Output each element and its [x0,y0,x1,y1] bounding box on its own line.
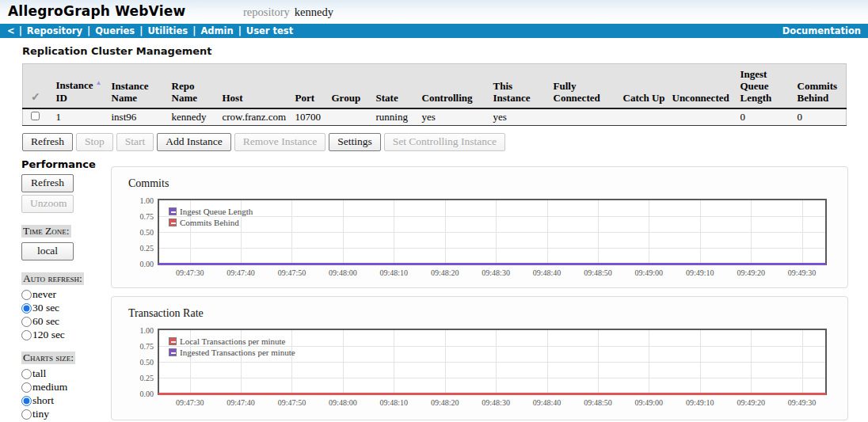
charts-size-label: Charts size: [21,352,75,364]
radio-label: 120 sec [32,329,65,341]
nav-back-icon[interactable]: < [7,25,15,36]
repository-label: repository [243,6,290,18]
gridline-horizontal [159,232,825,233]
x-axis-label: 09:48:00 [329,268,357,277]
gridline-vertical [598,330,599,393]
gridline-vertical [649,330,649,393]
cell-host: crow.franz.com [219,108,292,126]
x-axis-label: 09:48:20 [431,268,459,277]
nav-item-documentation[interactable]: Documentation [782,25,861,36]
legend-label: Commits Behind [180,218,239,227]
legend-label: Local Transactions per minute [180,336,286,346]
radio-label: tiny [32,408,49,420]
column-header-instance-name[interactable]: Instance Name [108,64,169,108]
nav-item-utilities[interactable]: Utilities [147,25,188,36]
radio-tall[interactable]: tall [21,367,110,380]
auto-refresh-radio-group: never30 sec60 sec120 sec [21,288,110,341]
column-header-state[interactable]: State [373,64,419,108]
x-axis-label: 09:48:30 [482,398,510,407]
nav-item-user-test[interactable]: User test [246,25,293,36]
legend-label: Ingested Transactions per minute [180,348,295,357]
column-header-catch-up[interactable]: Catch Up [620,64,669,108]
start-button: Start [116,133,154,151]
radio-short[interactable]: short [21,394,110,407]
performance-refresh-button[interactable]: Refresh [21,174,74,192]
radio-120-sec[interactable]: 120 sec [21,329,110,341]
chart-legend: Ingest Queue LengthCommits Behind [169,206,253,228]
auto-refresh-radio-30-sec[interactable] [21,303,32,314]
column-header-controlling[interactable]: Controlling [419,64,490,108]
y-axis-label: 0.50 [140,358,154,367]
cell-group [329,108,373,126]
refresh-button[interactable]: Refresh [22,133,73,151]
x-axis-label: 09:48:40 [533,398,562,407]
cell-ingest-queue-length: 0 [737,108,794,126]
legend-swatch [169,219,177,226]
nav-item-admin[interactable]: Admin [200,25,233,36]
nav-item-repository[interactable]: Repository [27,25,82,36]
column-header-group[interactable]: Group [329,64,373,108]
column-header-fully-connected[interactable]: Fully Connected [550,64,620,108]
radio-label: 60 sec [32,315,59,328]
nav-separator: | [238,25,242,36]
transaction-rate-chart-panel: Transaction Rate 1.000.750.500.250.0009:… [111,296,848,420]
settings-button[interactable]: Settings [329,133,381,151]
gridline-vertical [394,200,394,264]
add-instance-button[interactable]: Add Instance [157,133,231,151]
column-header-unconnected[interactable]: Unconnected [669,64,737,108]
radio-60-sec[interactable]: 60 sec [21,315,110,328]
x-axis-label: 09:47:30 [176,398,204,407]
charts-size-radio-tiny[interactable] [21,409,32,420]
nav-separator: | [19,25,22,36]
column-header-this-instance[interactable]: This Instance [490,64,550,108]
row-select-checkbox[interactable] [31,112,40,120]
time-zone-button[interactable]: local [21,242,74,260]
charts-size-radio-tall[interactable] [21,369,32,379]
charts-size-radio-medium[interactable] [21,382,32,393]
auto-refresh-radio-never[interactable] [21,290,32,300]
stop-button: Stop [76,133,113,151]
nav-item-queries[interactable]: Queries [95,25,135,36]
commits-plot-area[interactable]: 1.000.750.500.250.0009:47:3009:47:4009:4… [158,199,827,265]
x-axis-label: 09:48:00 [329,398,357,407]
column-header-host[interactable]: Host [219,64,292,108]
radio-medium[interactable]: medium [21,381,110,393]
radio-tiny[interactable]: tiny [21,408,110,420]
column-header-port[interactable]: Port [292,64,329,108]
x-axis-label: 09:49:10 [686,268,714,277]
nav-separator: | [139,25,143,36]
column-header-repo-name[interactable]: Repo Name [169,64,219,108]
auto-refresh-radio-120-sec[interactable] [21,330,32,340]
cluster-action-buttons: RefreshStopStartAdd InstanceRemove Insta… [22,133,508,151]
auto-refresh-radio-60-sec[interactable] [21,317,32,327]
x-axis-label: 09:49:20 [737,268,765,277]
chart-legend: Local Transactions per minuteIngested Tr… [169,336,295,358]
charts-size-radio-short[interactable] [21,396,32,406]
column-header-instance-id[interactable]: Instance▲ID [53,64,108,108]
radio-30-sec[interactable]: 30 sec [21,302,110,314]
y-axis-label: 0.25 [140,374,154,382]
y-axis-label: 0.00 [140,260,154,268]
radio-label: medium [32,381,67,393]
nav-separator: | [87,25,90,36]
gridline-vertical [802,330,803,393]
gridline-vertical [445,200,446,264]
row-select-cell [23,108,53,126]
cell-unconnected [669,108,737,126]
radio-label: 30 sec [32,302,59,314]
x-axis-label: 09:48:50 [584,268,612,277]
gridline-vertical [343,200,344,264]
sort-asc-icon: ▲ [95,79,101,86]
column-header-commits-behind[interactable]: Commits Behind [794,64,847,108]
cell-instance-id: 1 [53,108,108,126]
radio-label: never [32,288,56,301]
column-header-ingest-queue-length[interactable]: Ingest Queue Length [737,64,794,108]
commits-chart-panel: Commits 1.000.750.500.250.0009:47:3009:4… [111,166,848,288]
radio-never[interactable]: never [21,288,110,301]
cluster-table: ✓Instance▲IDInstance NameRepo NameHostPo… [22,63,847,126]
transaction-rate-plot-area[interactable]: 1.000.750.500.250.0009:47:3009:47:4009:4… [158,329,827,395]
x-axis-label: 09:49:30 [788,398,817,407]
cell-port: 10700 [292,108,329,126]
y-axis-label: 1.00 [140,196,154,205]
legend-item: Commits Behind [169,217,253,228]
